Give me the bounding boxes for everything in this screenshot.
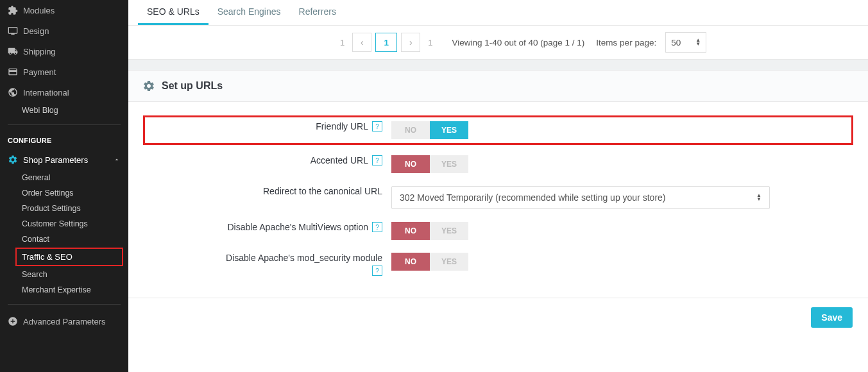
- sidebar-item-design[interactable]: Design: [0, 21, 128, 41]
- help-icon[interactable]: ?: [372, 155, 382, 165]
- sidebar-item-modules[interactable]: Modules: [0, 0, 128, 21]
- chevron-left-icon: ‹: [361, 37, 364, 47]
- sidebar-heading-configure: CONFIGURE: [0, 131, 128, 149]
- toggle-no[interactable]: NO: [391, 253, 430, 271]
- tab-search-engines[interactable]: Search Engines: [208, 0, 290, 25]
- sidebar-sub-merchant-expertise[interactable]: Merchant Expertise: [0, 282, 128, 298]
- puzzle-icon: [8, 5, 18, 15]
- card-icon: [8, 67, 18, 77]
- items-per-page-value: 50: [671, 38, 681, 47]
- toggle-yes[interactable]: YES: [430, 222, 468, 240]
- sidebar-label: Payment: [23, 67, 56, 77]
- sidebar-sub-traffic-seo[interactable]: Traffic & SEO: [15, 248, 123, 266]
- sidebar-sub-order-settings[interactable]: Order Settings: [0, 185, 128, 201]
- sort-arrows-icon: ▲▼: [695, 38, 701, 46]
- panel-gap: [128, 59, 868, 71]
- toggle-friendly-url[interactable]: NO YES: [391, 121, 468, 139]
- sidebar-label: Design: [23, 26, 49, 36]
- sidebar-label: International: [23, 88, 69, 97]
- chevron-up-icon: [113, 156, 121, 164]
- label-accented-url: Accented URL: [311, 155, 368, 165]
- pager-bar: 1 ‹ 1 › 1 Viewing 1-40 out of 40 (page 1…: [128, 26, 868, 59]
- help-icon[interactable]: ?: [372, 222, 382, 232]
- plus-circle-icon: [8, 316, 18, 326]
- help-icon[interactable]: ?: [372, 266, 382, 276]
- toggle-disable-multiviews[interactable]: NO YES: [391, 222, 468, 240]
- tab-referrers[interactable]: Referrers: [290, 0, 345, 25]
- pager-viewing-text: Viewing 1-40 out of 40 (page 1 / 1): [452, 38, 584, 47]
- sidebar-item-payment[interactable]: Payment: [0, 62, 128, 82]
- divider: [8, 304, 121, 305]
- sidebar-label: Advanced Parameters: [23, 317, 106, 326]
- sidebar-label: Shop Parameters: [23, 155, 88, 165]
- sidebar: Modules Design Shipping Payment Internat…: [0, 0, 128, 372]
- chevron-right-icon: ›: [409, 37, 413, 47]
- toggle-yes[interactable]: YES: [430, 155, 468, 173]
- main-content: SEO & URLs Search Engines Referrers 1 ‹ …: [128, 0, 868, 372]
- pager-current: 1: [375, 33, 397, 52]
- sidebar-sub-contact[interactable]: Contact: [0, 232, 128, 247]
- pager-total-left: 1: [336, 38, 348, 47]
- truck-icon: [8, 46, 18, 56]
- label-disable-multiviews: Disable Apache's MultiViews option: [227, 222, 368, 232]
- sidebar-label: Modules: [23, 6, 55, 15]
- panel-title: Set up URLs: [162, 80, 223, 92]
- form-body: Friendly URL ? NO YES Accented URL ?: [128, 102, 868, 298]
- row-friendly-url: Friendly URL ? NO YES: [143, 115, 853, 145]
- sidebar-sub-search[interactable]: Search: [0, 267, 128, 282]
- sidebar-sub-general[interactable]: General: [0, 170, 128, 185]
- label-redirect-canonical: Redirect to the canonical URL: [263, 186, 382, 196]
- divider: [8, 124, 121, 125]
- panel-header: Set up URLs: [128, 71, 868, 102]
- toggle-accented-url[interactable]: NO YES: [391, 155, 468, 173]
- select-value: 302 Moved Temporarily (recommended while…: [400, 192, 666, 203]
- toggle-no[interactable]: NO: [391, 121, 430, 139]
- form-footer: Save: [128, 298, 868, 337]
- row-redirect-canonical: Redirect to the canonical URL 302 Moved …: [148, 186, 849, 209]
- row-accented-url: Accented URL ? NO YES: [148, 155, 849, 173]
- sidebar-label: Shipping: [23, 47, 56, 56]
- items-per-page-label: Items per page:: [596, 38, 656, 47]
- sidebar-item-international[interactable]: International: [0, 82, 128, 103]
- toggle-disable-mod-security[interactable]: NO YES: [391, 253, 468, 271]
- help-icon[interactable]: ?: [372, 121, 382, 131]
- monitor-icon: [8, 26, 18, 36]
- gear-icon: [8, 155, 18, 165]
- globe-icon: [8, 87, 18, 97]
- sidebar-sub-product-settings[interactable]: Product Settings: [0, 201, 128, 216]
- items-per-page-select[interactable]: 50 ▲▼: [665, 32, 706, 53]
- tabs: SEO & URLs Search Engines Referrers: [128, 0, 868, 26]
- toggle-yes[interactable]: YES: [430, 121, 468, 139]
- row-disable-multiviews: Disable Apache's MultiViews option ? NO …: [148, 222, 849, 240]
- pager-total-right: 1: [424, 38, 436, 47]
- select-redirect-canonical[interactable]: 302 Moved Temporarily (recommended while…: [391, 186, 770, 209]
- sidebar-item-shop-parameters[interactable]: Shop Parameters: [0, 149, 128, 170]
- save-button[interactable]: Save: [811, 307, 853, 328]
- label-friendly-url: Friendly URL: [316, 121, 368, 131]
- pager-prev-button[interactable]: ‹: [352, 33, 371, 52]
- toggle-no[interactable]: NO: [391, 155, 430, 173]
- toggle-no[interactable]: NO: [391, 222, 430, 240]
- sidebar-sub-customer-settings[interactable]: Customer Settings: [0, 216, 128, 232]
- sidebar-item-advanced-parameters[interactable]: Advanced Parameters: [0, 311, 128, 332]
- tab-seo-urls[interactable]: SEO & URLs: [138, 0, 208, 25]
- label-disable-mod-security: Disable Apache's mod_security module: [226, 253, 382, 263]
- sort-arrows-icon: ▲▼: [756, 194, 762, 201]
- pager: 1 ‹ 1 › 1: [336, 33, 436, 52]
- row-disable-mod-security: Disable Apache's mod_security module ? N…: [148, 253, 849, 276]
- sidebar-item-webi-blog[interactable]: Webi Blog: [0, 103, 128, 118]
- gear-icon: [142, 80, 155, 92]
- pager-next-button[interactable]: ›: [401, 33, 420, 52]
- sidebar-item-shipping[interactable]: Shipping: [0, 41, 128, 62]
- toggle-yes[interactable]: YES: [430, 253, 468, 271]
